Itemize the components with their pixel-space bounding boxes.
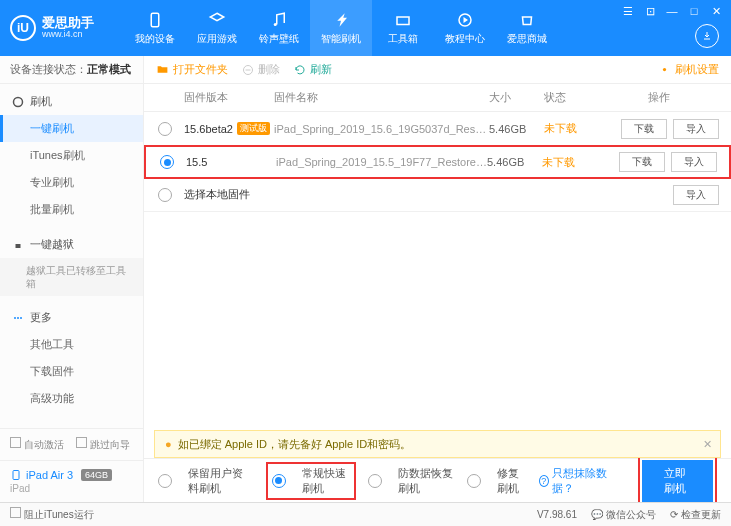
skip-wizard-checkbox[interactable]: 跳过向导 — [76, 437, 130, 452]
erase-data-link[interactable]: ?只想抹除数据？ — [539, 466, 614, 496]
svg-marker-4 — [464, 17, 469, 23]
firmware-row[interactable]: 15.6beta2测试版 iPad_Spring_2019_15.6_19G50… — [144, 112, 731, 146]
download-circle-button[interactable] — [695, 24, 719, 48]
content: 打开文件夹 删除 刷新 刷机设置 固件版本 固件名称 大小 状态 操作 15.6… — [144, 56, 731, 502]
device-panel[interactable]: iPad Air 364GB iPad — [0, 460, 143, 502]
warning-icon: ● — [165, 438, 172, 450]
svg-point-8 — [17, 317, 19, 319]
row-radio[interactable] — [158, 122, 172, 136]
window-controls: ☰ ⊡ — □ ✕ — [619, 4, 725, 18]
flash-mode-row: 保留用户资料刷机 常规快速刷机 防数据恢复刷机 修复刷机 ?只想抹除数据？ 立即… — [144, 458, 731, 502]
download-button[interactable]: 下载 — [621, 119, 667, 139]
nav-flash[interactable]: 智能刷机 — [310, 0, 372, 56]
mode-anti-recovery[interactable]: 防数据恢复刷机 — [368, 466, 455, 496]
sidebar-jailbreak-note: 越狱工具已转移至工具箱 — [0, 258, 143, 296]
close-warning-icon[interactable]: ✕ — [703, 438, 712, 451]
table-header: 固件版本 固件名称 大小 状态 操作 — [144, 84, 731, 112]
import-button[interactable]: 导入 — [673, 119, 719, 139]
lock-icon[interactable]: ⊡ — [641, 4, 659, 18]
statusbar: 阻止iTunes运行 V7.98.61 💬微信公众号 ⟳检查更新 — [0, 502, 731, 526]
svg-point-12 — [663, 68, 666, 71]
nav-devices[interactable]: 我的设备 — [124, 0, 186, 56]
nav-store[interactable]: 爱思商城 — [496, 0, 558, 56]
import-button[interactable]: 导入 — [671, 152, 717, 172]
version-label: V7.98.61 — [537, 509, 577, 520]
titlebar: iU 爱思助手 www.i4.cn 我的设备 应用游戏 铃声壁纸 智能刷机 工具… — [0, 0, 731, 56]
delete-button[interactable]: 删除 — [242, 62, 280, 77]
svg-rect-10 — [13, 471, 19, 480]
block-itunes-checkbox[interactable]: 阻止iTunes运行 — [10, 507, 94, 522]
mode-quick[interactable]: 常规快速刷机 — [272, 466, 350, 496]
row-radio[interactable] — [160, 155, 174, 169]
svg-rect-2 — [397, 17, 409, 25]
toolbar: 打开文件夹 删除 刷新 刷机设置 — [144, 56, 731, 84]
maximize-icon[interactable]: □ — [685, 4, 703, 18]
firmware-name: iPad_Spring_2019_15.6_19G5037d_Restore.i… — [274, 123, 489, 135]
connection-status: 设备连接状态：正常模式 — [0, 56, 143, 84]
nav-toolbox[interactable]: 工具箱 — [372, 0, 434, 56]
check-update-button[interactable]: ⟳检查更新 — [670, 508, 721, 522]
svg-rect-6 — [16, 244, 21, 248]
svg-rect-0 — [151, 13, 159, 27]
sidebar-item-download-fw[interactable]: 下载固件 — [0, 358, 143, 385]
appleid-warning: ● 如已绑定 Apple ID，请先备好 Apple ID和密码。 ✕ — [154, 430, 721, 458]
sidebar-options: 自动激活 跳过向导 — [0, 428, 143, 460]
svg-point-7 — [14, 317, 16, 319]
sidebar-item-oneclick[interactable]: 一键刷机 — [0, 115, 143, 142]
app-logo: iU 爱思助手 www.i4.cn — [10, 15, 94, 41]
auto-activate-checkbox[interactable]: 自动激活 — [10, 437, 64, 452]
local-firmware-row[interactable]: 选择本地固件 导入 — [144, 178, 731, 212]
minimize-icon[interactable]: — — [663, 4, 681, 18]
close-icon[interactable]: ✕ — [707, 4, 725, 18]
import-button[interactable]: 导入 — [673, 185, 719, 205]
device-type: iPad — [10, 483, 133, 494]
sidebar-group-more[interactable]: 更多 — [0, 304, 143, 331]
start-flash-button[interactable]: 立即刷机 — [642, 460, 713, 502]
sidebar-item-othertools[interactable]: 其他工具 — [0, 331, 143, 358]
sidebar-item-advanced[interactable]: 高级功能 — [0, 385, 143, 412]
svg-point-9 — [20, 317, 22, 319]
mode-keep-data[interactable]: 保留用户资料刷机 — [158, 466, 254, 496]
flash-settings-button[interactable]: 刷机设置 — [658, 62, 719, 77]
row-radio[interactable] — [158, 188, 172, 202]
firmware-row-selected[interactable]: 15.5 iPad_Spring_2019_15.5_19F77_Restore… — [144, 145, 731, 179]
sidebar: 设备连接状态：正常模式 刷机 一键刷机 iTunes刷机 专业刷机 批量刷机 一… — [0, 56, 144, 502]
download-button[interactable]: 下载 — [619, 152, 665, 172]
sidebar-group-flash[interactable]: 刷机 — [0, 88, 143, 115]
refresh-button[interactable]: 刷新 — [294, 62, 332, 77]
app-url: www.i4.cn — [42, 30, 94, 40]
logo-icon: iU — [10, 15, 36, 41]
firmware-name: iPad_Spring_2019_15.5_19F77_Restore.ipsw — [276, 156, 487, 168]
sidebar-item-itunes[interactable]: iTunes刷机 — [0, 142, 143, 169]
app-name: 爱思助手 — [42, 16, 94, 30]
main-nav: 我的设备 应用游戏 铃声壁纸 智能刷机 工具箱 教程中心 爱思商城 — [124, 0, 558, 56]
sidebar-group-jailbreak[interactable]: 一键越狱 — [0, 231, 143, 258]
mode-repair[interactable]: 修复刷机 — [467, 466, 527, 496]
nav-ringtone[interactable]: 铃声壁纸 — [248, 0, 310, 56]
nav-tutorial[interactable]: 教程中心 — [434, 0, 496, 56]
svg-point-5 — [14, 97, 23, 106]
wechat-icon: 💬 — [591, 509, 603, 520]
open-folder-button[interactable]: 打开文件夹 — [156, 62, 228, 77]
device-storage-badge: 64GB — [81, 469, 112, 481]
sidebar-item-pro[interactable]: 专业刷机 — [0, 169, 143, 196]
nav-apps[interactable]: 应用游戏 — [186, 0, 248, 56]
beta-tag: 测试版 — [237, 122, 270, 135]
menu-icon[interactable]: ☰ — [619, 4, 637, 18]
svg-point-1 — [274, 23, 277, 26]
refresh-icon: ⟳ — [670, 509, 678, 520]
wechat-link[interactable]: 💬微信公众号 — [591, 508, 656, 522]
device-name: iPad Air 3 — [26, 469, 73, 481]
sidebar-item-batch[interactable]: 批量刷机 — [0, 196, 143, 223]
